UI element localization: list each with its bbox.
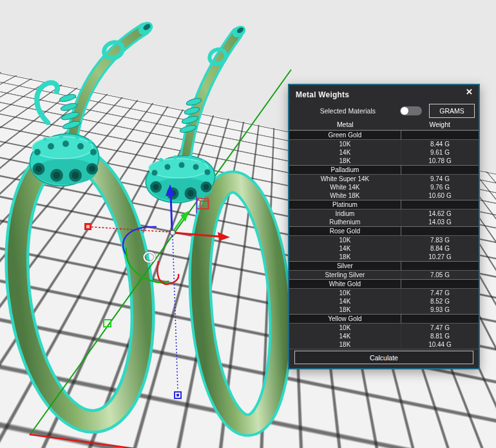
blue-axis-handle-center	[176, 394, 179, 396]
metal-label: Ruthenium	[289, 218, 401, 226]
right-earring[interactable]	[143, 23, 289, 427]
metal-row: 14K8.52 G	[289, 297, 479, 306]
metal-weight: 10.27 G	[401, 253, 479, 261]
table-column-headers: Metal Weight	[289, 119, 479, 130]
metal-label: 14K	[289, 244, 401, 253]
gizmo-center-handle[interactable]	[170, 230, 175, 235]
selected-materials-label: Selected Materials	[320, 107, 376, 115]
translate-z-arrow[interactable]	[171, 193, 172, 231]
metal-weight: 7.47 G	[401, 289, 479, 297]
metal-weight: 8.52 G	[401, 297, 479, 306]
metal-section-row: Rose Gold	[289, 226, 479, 236]
metal-row: White 14K9.76 G	[289, 183, 479, 191]
metal-row: 18K10.78 G	[289, 157, 479, 165]
metal-weight: 9.93 G	[401, 306, 479, 314]
metal-row: 10K8.44 G	[289, 140, 479, 148]
metal-weight: 8.81 G	[401, 332, 479, 340]
left-hoop-tube	[3, 148, 157, 429]
metal-weight: 7.83 G	[401, 236, 479, 244]
section-name: Silver	[289, 262, 401, 270]
metal-label: 10K	[289, 324, 401, 332]
metal-label: White 18K	[289, 191, 401, 200]
close-icon[interactable]: ✕	[466, 88, 473, 97]
metal-row: Sterling Silver7.05 G	[289, 271, 479, 279]
viewport-3d: Metal Weights ✕ Selected Materials GRAMS…	[0, 0, 496, 448]
metal-column-header: Metal	[289, 119, 401, 130]
section-weight-cell	[401, 166, 479, 174]
metal-label: Iridium	[289, 209, 401, 218]
section-weight-cell	[401, 262, 479, 270]
axis-line-red[interactable]	[30, 434, 149, 448]
metal-weight: 9.61 G	[401, 148, 479, 157]
metal-section-row: Platinum	[289, 200, 479, 209]
metal-section-row: Yellow Gold	[289, 314, 479, 324]
metal-row: 10K7.83 G	[289, 236, 479, 244]
metal-weight: 9.76 G	[401, 183, 479, 191]
panel-controls: Selected Materials GRAMS	[289, 102, 479, 119]
section-weight-cell	[401, 131, 479, 139]
z-extent-dashed-line	[173, 236, 178, 391]
section-weight-cell	[401, 315, 479, 323]
metal-label: Sterling Silver	[289, 271, 401, 279]
metal-label: 14K	[289, 297, 401, 306]
metal-weights-panel: Metal Weights ✕ Selected Materials GRAMS…	[288, 84, 480, 369]
metal-section-row: White Gold	[289, 279, 479, 289]
metal-section-row: Green Gold	[289, 130, 479, 140]
metal-row: White 18K10.60 G	[289, 191, 479, 200]
metal-weight: 10.44 G	[401, 340, 479, 349]
calculate-button[interactable]: Calculate	[294, 351, 473, 364]
metal-row: 18K9.93 G	[289, 306, 479, 314]
metal-weight: 7.05 G	[401, 271, 479, 279]
metal-row: 14K9.61 G	[289, 148, 479, 157]
section-name: Yellow Gold	[289, 315, 401, 323]
metal-row: 14K8.84 G	[289, 244, 479, 253]
metal-label: White Super 14K	[289, 175, 401, 183]
metal-label: 14K	[289, 148, 401, 157]
metal-weight: 14.03 G	[401, 218, 479, 226]
metal-weight: 8.44 G	[401, 140, 479, 148]
metal-weight: 9.74 G	[401, 175, 479, 183]
section-weight-cell	[401, 280, 479, 288]
metal-row: White Super 14K9.74 G	[289, 175, 479, 183]
translate-x-arrowhead[interactable]	[218, 232, 230, 241]
left-earring[interactable]	[3, 19, 157, 429]
section-name: White Gold	[289, 280, 401, 288]
panel-title: Metal Weights	[296, 90, 349, 99]
metal-label: 10K	[289, 289, 401, 297]
metal-section-row: Silver	[289, 261, 479, 271]
section-name: Platinum	[289, 200, 401, 209]
metal-row: 14K8.81 G	[289, 332, 479, 340]
units-button[interactable]: GRAMS	[429, 104, 475, 118]
metal-label: 18K	[289, 306, 401, 314]
metal-label: 10K	[289, 236, 401, 244]
left-clasp-hook	[37, 83, 57, 122]
metal-section-row: Palladium	[289, 165, 479, 175]
metal-label: 18K	[289, 253, 401, 261]
metal-weight: 8.84 G	[401, 244, 479, 253]
metal-row: Ruthenium14.03 G	[289, 218, 479, 226]
metal-row: 10K7.47 G	[289, 289, 479, 297]
metal-row: 18K10.44 G	[289, 340, 479, 349]
section-name: Green Gold	[289, 131, 401, 139]
section-weight-cell	[401, 227, 479, 235]
metal-row: Iridium14.62 G	[289, 209, 479, 218]
section-weight-cell	[401, 200, 479, 209]
section-name: Palladium	[289, 166, 401, 174]
panel-header: Metal Weights ✕	[289, 85, 479, 102]
metal-label: 18K	[289, 157, 401, 165]
toggle-knob	[401, 107, 408, 115]
red-axis-handle-center	[86, 225, 90, 228]
metal-weight: 10.60 G	[401, 191, 479, 200]
metal-weight: 10.78 G	[401, 157, 479, 165]
metal-weight: 7.47 G	[401, 324, 479, 332]
metal-weights-table: Green Gold10K8.44 G14K9.61 G18K10.78 GPa…	[289, 130, 479, 349]
metal-row: 10K7.47 G	[289, 324, 479, 332]
selected-materials-toggle[interactable]	[400, 106, 422, 115]
weight-column-header: Weight	[401, 119, 479, 130]
metal-weight: 14.62 G	[401, 209, 479, 218]
section-name: Rose Gold	[289, 227, 401, 235]
metal-label: White 14K	[289, 183, 401, 191]
metal-label: 14K	[289, 332, 401, 340]
metal-row: 18K10.27 G	[289, 253, 479, 261]
metal-label: 18K	[289, 340, 401, 349]
